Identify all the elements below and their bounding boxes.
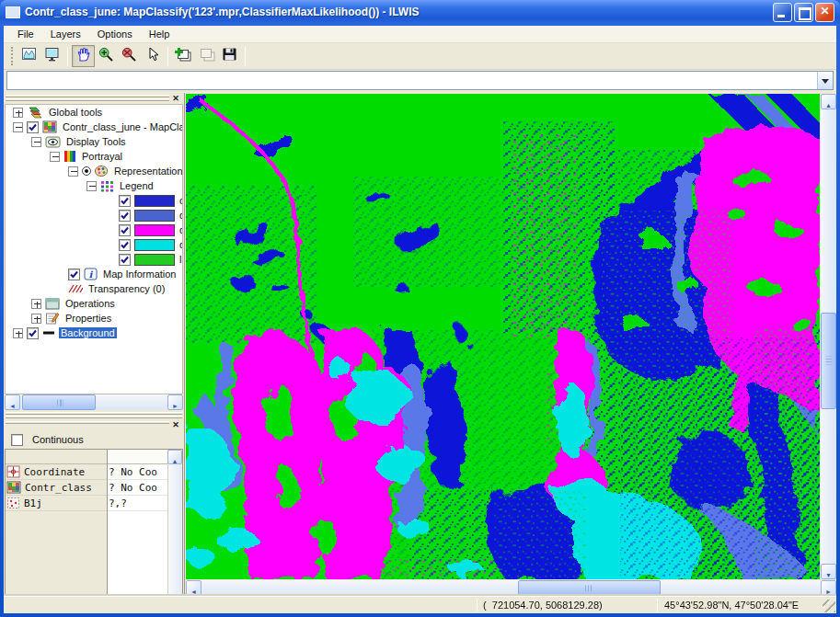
title-bar[interactable]: Contr_class_june: MapClassify('123'.mpr,… <box>0 0 840 26</box>
continuous-checkbox[interactable] <box>11 434 23 446</box>
scroll-right-icon[interactable] <box>821 580 836 596</box>
tree-item-land[interactable]: land <box>6 252 182 267</box>
combobox-dropdown-button[interactable] <box>817 72 833 89</box>
tree-item-properties[interactable]: Properties <box>6 311 182 326</box>
maximize-button[interactable] <box>794 3 813 22</box>
redraw-icon <box>44 47 61 65</box>
entire-map-button[interactable] <box>17 45 40 67</box>
tree-checkbox[interactable] <box>119 254 131 266</box>
tree-item-portrayal[interactable]: Portrayal <box>6 149 182 164</box>
command-input[interactable] <box>7 72 817 89</box>
tree-checkbox[interactable] <box>27 121 39 133</box>
minimize-button[interactable] <box>773 3 792 22</box>
tree-checkbox[interactable] <box>119 224 131 236</box>
toolbar-separator <box>167 47 168 66</box>
tree-expand-minus-icon[interactable] <box>50 152 60 162</box>
tree-item-clear-w[interactable]: clear_w <box>6 193 182 208</box>
legend-color-swatch <box>134 195 175 207</box>
tree-item-dirty-w[interactable]: dirty_w <box>6 237 182 252</box>
map-vertical-scrollbar[interactable] <box>821 94 836 579</box>
menu-item-options[interactable]: Options <box>89 27 141 41</box>
tree-expand-plus-icon[interactable] <box>13 328 23 338</box>
menu-item-help[interactable]: Help <box>141 27 178 41</box>
tree-expand-plus-icon[interactable] <box>31 314 41 324</box>
legend-color-swatch <box>134 224 175 236</box>
zoom-in-button[interactable] <box>95 45 118 67</box>
row-value-label: ? No Coo <box>109 466 157 478</box>
pixel-info-panel-header[interactable] <box>4 419 184 430</box>
menu-item-layers[interactable]: Layers <box>42 27 89 41</box>
scroll-down-icon[interactable] <box>821 564 836 579</box>
tree-checkbox[interactable] <box>119 239 131 251</box>
scroll-right-icon[interactable] <box>167 394 183 410</box>
layer-copy-button[interactable] <box>195 45 218 67</box>
close-panel-icon[interactable] <box>170 93 181 104</box>
tree-radio[interactable] <box>82 166 91 176</box>
tree-checkbox[interactable] <box>68 269 80 280</box>
redraw-button[interactable] <box>40 45 63 67</box>
pixel-info-table: CoordinateContr_classB1j ? No Coo? No Co… <box>5 449 183 595</box>
display-tools-icon <box>45 136 61 148</box>
tree-item-background[interactable]: Background <box>6 326 182 340</box>
map-horizontal-scrollbar[interactable] <box>186 580 836 596</box>
tree-expand-plus-icon[interactable] <box>13 108 23 118</box>
table-row-name[interactable]: Coordinate <box>6 464 107 480</box>
menu-item-file[interactable]: File <box>9 27 42 41</box>
tree-expand-minus-icon[interactable] <box>68 166 78 177</box>
zoom-out-button[interactable] <box>118 45 141 67</box>
scroll-up-icon[interactable] <box>167 450 182 464</box>
table-row-name[interactable]: Contr_class <box>6 480 107 496</box>
row-name-label: B1j <box>24 497 42 509</box>
tree-item-display-tools[interactable]: Display Tools <box>6 134 182 149</box>
table-row-name[interactable]: B1j <box>6 496 107 511</box>
save-button[interactable] <box>218 45 241 67</box>
panel-splitter[interactable] <box>4 410 184 419</box>
tree-item-representation[interactable]: Representation <box>6 164 182 178</box>
scroll-left-icon[interactable] <box>5 394 20 410</box>
command-line-area <box>4 70 836 93</box>
close-button[interactable] <box>815 3 834 22</box>
select-button[interactable] <box>141 45 164 67</box>
scrollbar-thumb[interactable] <box>22 394 96 410</box>
scroll-up-icon[interactable] <box>821 94 836 109</box>
table-row-value: ? No Coo <box>108 480 167 496</box>
panel-gripper <box>6 95 169 97</box>
resize-grip[interactable] <box>823 600 835 612</box>
tree-expand-minus-icon[interactable] <box>86 181 97 191</box>
coordinate-icon <box>6 465 20 478</box>
add-layer-button[interactable] <box>172 45 195 67</box>
tree-item-dirty-w[interactable]: dirty_w <box>6 208 182 223</box>
row-name-label: Coordinate <box>24 466 85 478</box>
legend-color-swatch <box>134 210 175 222</box>
background-icon <box>42 329 55 337</box>
tree-item-label: Properties <box>63 313 113 324</box>
pan-button[interactable] <box>72 45 95 67</box>
command-combobox[interactable] <box>6 71 834 90</box>
scrollbar-thumb[interactable] <box>821 313 836 409</box>
tree-expand-plus-icon[interactable] <box>31 299 41 309</box>
legend-color-swatch <box>134 239 175 251</box>
window-icon <box>6 6 20 18</box>
layer-tree-panel-header[interactable] <box>4 93 184 104</box>
tree-item-operations[interactable]: Operations <box>6 296 182 311</box>
scrollbar-thumb[interactable] <box>518 580 661 596</box>
scroll-left-icon[interactable] <box>186 580 201 596</box>
toolbar-gripper[interactable] <box>11 47 14 65</box>
tree-checkbox[interactable] <box>119 195 131 207</box>
tree-item-contr-class-june-mapclas[interactable]: Contr_class_june - MapClas <box>6 120 182 134</box>
global-tools-icon <box>27 106 43 119</box>
close-panel-icon[interactable] <box>170 419 181 430</box>
tree-checkbox[interactable] <box>27 327 39 339</box>
tree-expand-minus-icon[interactable] <box>31 137 41 147</box>
map-canvas[interactable] <box>186 94 820 579</box>
tree-item-legend[interactable]: Legend <box>6 178 182 193</box>
tree-horizontal-scrollbar[interactable] <box>5 394 183 410</box>
tree-item-map-information[interactable]: iMap Information <box>6 267 182 281</box>
pixel-info-scrollbar[interactable] <box>167 450 182 594</box>
tree-item-global-tools[interactable]: Global tools <box>6 105 182 120</box>
tree-item-dirty-w[interactable]: dirty_w <box>6 223 182 237</box>
tree-checkbox[interactable] <box>119 210 131 222</box>
tree-expand-minus-icon[interactable] <box>13 122 23 132</box>
tree-item-transparency-0-[interactable]: Transparency (0) <box>6 281 182 296</box>
row-name-label: Contr_class <box>25 482 92 494</box>
